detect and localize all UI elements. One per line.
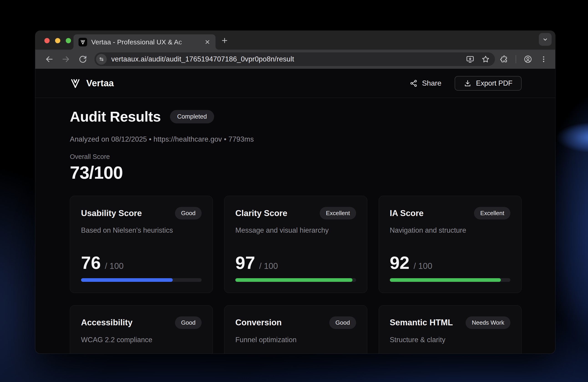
card-subtitle: Navigation and structure <box>390 226 510 234</box>
favicon-v-icon <box>79 38 87 46</box>
progress-track <box>390 278 510 282</box>
score-card-accessibility: Accessibility Good WCAG 2.2 compliance <box>70 305 213 354</box>
vertaa-logo-icon <box>70 78 81 89</box>
tab-title: Vertaa - Professional UX & Ac <box>91 38 200 46</box>
forward-button[interactable] <box>59 55 74 64</box>
back-button[interactable] <box>42 55 57 64</box>
card-badge: Excellent <box>320 207 356 219</box>
site-controls-icon[interactable] <box>96 54 107 65</box>
close-window-button[interactable] <box>44 38 50 43</box>
site-header: Vertaa Share Export PDF <box>35 69 555 98</box>
card-title: Clarity Score <box>235 209 287 218</box>
card-subtitle: WCAG 2.2 compliance <box>81 336 202 344</box>
card-score-max: / 100 <box>105 261 124 271</box>
card-title: Conversion <box>235 318 282 327</box>
overall-score-label: Overall Score <box>70 153 522 161</box>
tab-close-icon[interactable] <box>204 39 210 45</box>
score-card-usability: Usability Score Good Based on Nielsen's … <box>70 196 213 293</box>
card-badge: Needs Work <box>465 317 510 329</box>
browser-window: Vertaa - Professional UX & Ac <box>35 31 555 354</box>
export-pdf-button[interactable]: Export PDF <box>455 76 522 91</box>
card-score: 76 <box>81 254 101 272</box>
extensions-puzzle-icon[interactable] <box>500 55 508 64</box>
toolbar-right-cluster <box>500 55 549 64</box>
page-viewport: Vertaa Share Export PDF <box>35 69 555 354</box>
export-pdf-label: Export PDF <box>476 79 512 87</box>
audit-meta: Analyzed on 08/12/2025 • https://healthc… <box>70 135 522 143</box>
card-badge: Excellent <box>474 207 510 219</box>
card-title: Usability Score <box>81 209 142 218</box>
card-score: 97 <box>235 254 255 272</box>
share-button[interactable]: Share <box>410 79 441 87</box>
page-title: Audit Results <box>70 108 161 125</box>
card-subtitle: Structure & clarity <box>390 336 510 344</box>
bookmark-star-icon[interactable] <box>481 55 490 64</box>
card-title: Accessibility <box>81 318 132 327</box>
share-label: Share <box>422 79 441 87</box>
tab-search-chevron-button[interactable] <box>539 33 552 46</box>
kebab-menu-icon[interactable] <box>540 55 547 63</box>
progress-fill <box>235 278 352 282</box>
minimize-window-button[interactable] <box>55 38 60 43</box>
card-subtitle: Based on Nielsen's heuristics <box>81 226 202 234</box>
card-subtitle: Funnel optimization <box>235 336 356 344</box>
traffic-lights <box>44 38 71 43</box>
audit-results-content: Audit Results Completed Analyzed on 08/1… <box>35 98 555 354</box>
score-card-semantic-html: Semantic HTML Needs Work Structure & cla… <box>379 305 522 354</box>
url-text[interactable]: vertaaux.ai/audit/audit_1765194707186_0v… <box>111 55 294 63</box>
address-bar[interactable]: vertaaux.ai/audit/audit_1765194707186_0v… <box>94 52 495 66</box>
progress-track <box>235 278 356 282</box>
progress-fill <box>81 278 173 282</box>
card-score: 92 <box>390 254 410 272</box>
brand[interactable]: Vertaa <box>70 78 114 89</box>
score-card-ia: IA Score Excellent Navigation and struct… <box>379 196 522 293</box>
card-subtitle: Message and visual hierarchy <box>235 226 356 234</box>
brand-name: Vertaa <box>86 78 114 88</box>
install-app-icon[interactable] <box>466 55 474 64</box>
card-badge: Good <box>329 317 356 329</box>
card-title: Semantic HTML <box>390 318 453 327</box>
zoom-window-button[interactable] <box>66 38 71 43</box>
status-badge: Completed <box>170 110 214 123</box>
toolbar-separator <box>516 55 516 63</box>
new-tab-button[interactable] <box>221 37 229 44</box>
progress-fill <box>390 278 501 282</box>
browser-tab[interactable]: Vertaa - Professional UX & Ac <box>74 34 215 50</box>
card-title: IA Score <box>390 209 424 218</box>
progress-track <box>81 278 202 282</box>
profile-icon[interactable] <box>523 55 532 64</box>
overall-score-value: 73/100 <box>70 162 522 183</box>
card-badge: Good <box>175 207 202 219</box>
card-score-max: / 100 <box>414 261 432 271</box>
browser-toolbar: vertaaux.ai/audit/audit_1765194707186_0v… <box>35 50 555 69</box>
reload-button[interactable] <box>75 55 90 64</box>
score-cards-grid: Usability Score Good Based on Nielsen's … <box>70 196 522 354</box>
card-badge: Good <box>175 317 202 329</box>
score-card-clarity: Clarity Score Excellent Message and visu… <box>224 196 367 293</box>
tab-strip: Vertaa - Professional UX & Ac <box>35 31 555 50</box>
card-score-max: / 100 <box>259 261 278 271</box>
score-card-conversion: Conversion Good Funnel optimization <box>224 305 367 354</box>
